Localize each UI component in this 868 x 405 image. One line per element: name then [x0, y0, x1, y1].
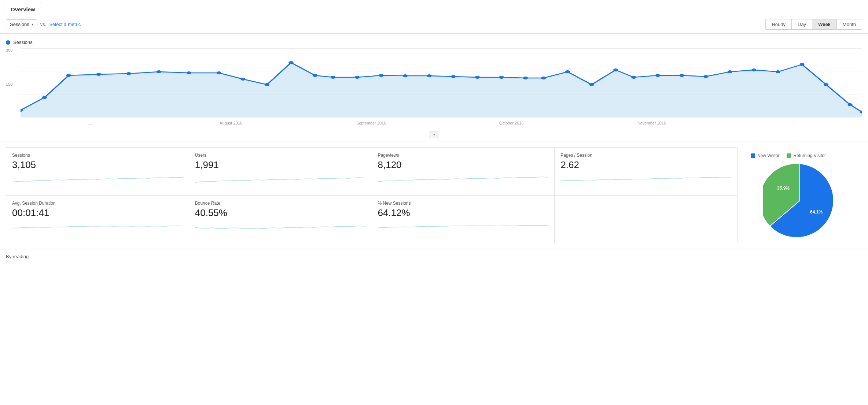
metric-card-bounce-rate: Bounce Rate 40.55%: [189, 196, 372, 244]
bottom-left-label: By reading: [6, 254, 29, 259]
metric-label-avg-session: Avg. Session Duration: [12, 201, 183, 206]
chart-svg: [21, 48, 862, 118]
toolbar-left: Sessions ▾ vs. Select a metric: [6, 19, 81, 29]
svg-point-34: [751, 68, 756, 71]
pie-legend-returning-visitor: Returning Visitor: [787, 153, 826, 158]
svg-point-26: [565, 70, 570, 73]
pie-legend: New Visitor Returning Visitor: [751, 153, 826, 158]
pie-chart: 35.9% 64.1%: [763, 164, 836, 237]
svg-point-5: [42, 96, 47, 99]
metric-value-pageviews: 8,120: [378, 159, 549, 171]
period-btn-month[interactable]: Month: [836, 19, 862, 30]
overview-tab[interactable]: Overview: [0, 0, 868, 15]
svg-point-7: [96, 73, 101, 76]
sessions-legend-label: Sessions: [13, 40, 33, 45]
chart-y-labels: 300 150: [6, 48, 21, 118]
period-btn-day[interactable]: Day: [791, 19, 812, 30]
svg-point-31: [679, 74, 684, 77]
x-label-aug: August 2016: [161, 121, 301, 125]
overview-tab-label: Overview: [4, 3, 42, 15]
svg-point-30: [655, 74, 660, 77]
svg-point-23: [499, 76, 504, 79]
svg-point-20: [427, 74, 432, 77]
new-visitor-legend-label: New Visitor: [757, 153, 779, 158]
metric-dropdown-label: Sessions: [10, 22, 29, 27]
metric-value-bounce-rate: 40.55%: [195, 207, 366, 219]
chart-legend: Sessions: [6, 40, 862, 45]
svg-point-29: [631, 76, 636, 79]
svg-point-11: [217, 71, 221, 74]
sparkline-avg-session: [12, 221, 183, 234]
metric-card-avg-session: Avg. Session Duration 00:01:41: [6, 196, 189, 244]
metric-card-pageviews: Pageviews 8,120: [372, 148, 555, 196]
svg-point-15: [313, 74, 317, 77]
svg-point-24: [523, 77, 528, 79]
metric-value-users: 1,991: [195, 159, 366, 171]
svg-point-12: [240, 78, 245, 81]
toolbar: Sessions ▾ vs. Select a metric Hourly Da…: [0, 15, 868, 34]
svg-point-22: [475, 76, 480, 79]
dropdown-arrow-icon: ▾: [32, 22, 33, 26]
metric-label-pageviews: Pageviews: [378, 153, 549, 158]
pie-legend-new-visitor: New Visitor: [751, 153, 779, 158]
svg-point-18: [379, 74, 383, 77]
sparkline-sessions: [12, 173, 183, 186]
chart-container: 300 150: [6, 48, 862, 129]
y-label-150: 150: [6, 82, 21, 86]
svg-point-37: [824, 83, 828, 86]
page: Overview Sessions ▾ vs. Select a metric …: [0, 0, 868, 405]
metric-value-new-sessions: 64.12%: [378, 207, 549, 219]
period-btn-hourly[interactable]: Hourly: [765, 19, 791, 30]
sparkline-pageviews: [378, 173, 549, 186]
sparkline-bounce-rate: [195, 221, 366, 234]
chart-section: Sessions 300 150: [0, 34, 868, 141]
metric-label-new-sessions: % New Sessions: [378, 201, 549, 206]
x-label-sep: September 2016: [301, 121, 441, 125]
chart-scroll-down-btn[interactable]: ▾: [429, 131, 439, 138]
bottom-section: By reading: [0, 249, 868, 264]
vs-label: vs.: [40, 22, 47, 27]
metric-label-sessions: Sessions: [12, 153, 183, 158]
svg-point-10: [187, 71, 191, 74]
sparkline-users: [195, 173, 366, 186]
metric-label-users: Users: [195, 153, 366, 158]
svg-text:64.1%: 64.1%: [810, 209, 823, 215]
metric-card-sessions: Sessions 3,105: [6, 148, 189, 196]
svg-text:35.9%: 35.9%: [777, 186, 790, 191]
metric-label-pages-per-session: Pages / Session: [560, 153, 731, 158]
sparkline-pages-per-session: [560, 173, 731, 186]
x-label-dots: ...: [21, 121, 161, 125]
select-metric-link[interactable]: Select a metric: [49, 22, 81, 27]
x-label-nov: November 2016: [582, 121, 722, 125]
metric-card-users: Users 1,991: [189, 148, 372, 196]
period-buttons: Hourly Day Week Month: [765, 19, 862, 30]
sessions-legend-dot: [6, 40, 10, 45]
pie-svg: 35.9% 64.1%: [763, 164, 836, 237]
period-btn-week[interactable]: Week: [812, 19, 836, 30]
svg-point-8: [126, 72, 131, 75]
metric-label-bounce-rate: Bounce Rate: [195, 201, 366, 206]
new-visitor-legend-color: [751, 153, 755, 158]
svg-point-33: [728, 70, 732, 73]
svg-point-27: [589, 83, 594, 86]
svg-point-16: [331, 76, 335, 79]
svg-point-32: [703, 75, 708, 78]
svg-point-35: [776, 70, 780, 73]
returning-visitor-legend-label: Returning Visitor: [793, 153, 826, 158]
svg-point-13: [265, 83, 269, 86]
y-label-300: 300: [6, 48, 21, 52]
svg-point-9: [157, 70, 161, 73]
metrics-section: Sessions 3,105 Users 1,991 Pagevie: [0, 141, 868, 249]
svg-point-25: [541, 77, 546, 79]
metrics-grid: Sessions 3,105 Users 1,991 Pagevie: [6, 147, 738, 243]
metric-card-empty: [555, 196, 738, 244]
pie-section: New Visitor Returning Visitor: [738, 147, 862, 243]
svg-point-21: [451, 75, 456, 78]
metric-card-new-sessions: % New Sessions 64.12%: [372, 196, 555, 244]
metric-value-avg-session: 00:01:41: [12, 207, 183, 219]
metric-value-sessions: 3,105: [12, 159, 183, 171]
x-label-oct: October 2016: [441, 121, 582, 125]
metric-card-pages-per-session: Pages / Session 2.62: [555, 148, 738, 196]
svg-point-14: [288, 61, 293, 64]
metric-dropdown[interactable]: Sessions ▾: [6, 19, 37, 29]
